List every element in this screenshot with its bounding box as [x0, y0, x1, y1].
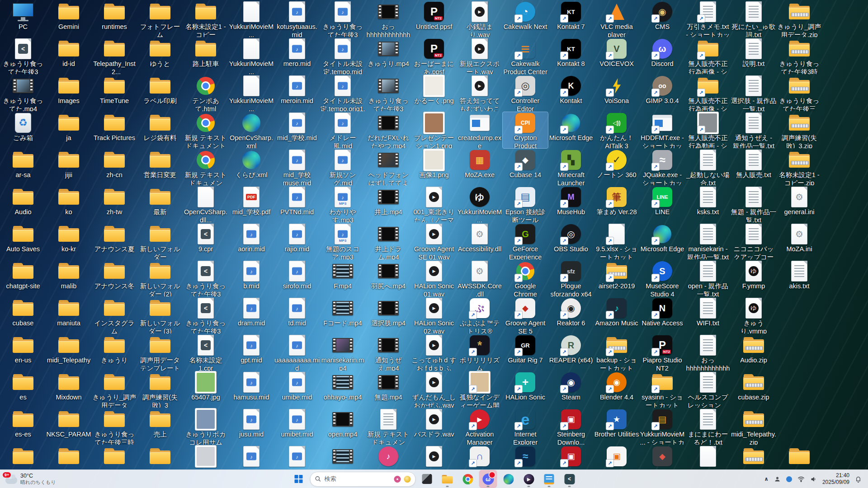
desktop-icon[interactable]: だれだFXいれたやつ.mp4 — [366, 112, 411, 148]
desktop-icon[interactable]: ko-kr — [46, 223, 91, 259]
desktop-icon[interactable]: 井上ドラム.mp4 — [366, 223, 411, 259]
desktop-icon[interactable]: 羽尻へ.mp4 — [366, 260, 411, 296]
desktop-icon[interactable]: ohhayo-.mp4 — [320, 371, 365, 408]
desktop-icon[interactable]: Fコード.mp4 — [320, 297, 365, 333]
desktop-icon[interactable]: ♪MP3わかりやす.mp3 — [320, 186, 365, 222]
desktop-icon[interactable]: <名称未設定1.cpr — [183, 334, 228, 371]
desktop-icon[interactable]: ヘルスコンプレッション__歌詞.txt — [685, 371, 731, 408]
desktop-icon[interactable]: 井上.mp4 — [366, 186, 411, 222]
desktop-icon[interactable]: es — [0, 371, 46, 408]
desktop-icon[interactable]: ◉↗Reaktor 6 — [548, 297, 594, 333]
chevron-up-icon[interactable]: ∧ — [764, 476, 769, 482]
desktop-icon[interactable]: CPI↗Crypton Product Installer — [503, 112, 548, 148]
desktop-icon[interactable]: ▶新規エクスポート.wav — [457, 38, 502, 74]
taskbar-app-discord[interactable]: ω — [479, 470, 497, 488]
desktop-icon[interactable]: ♪rajio.mid — [274, 223, 320, 259]
desktop-icon[interactable]: LINE↗LINE — [640, 186, 685, 222]
desktop-icon[interactable]: ★↗Brother Utilities — [594, 408, 639, 445]
desktop-icon[interactable]: くらび.xml — [229, 149, 274, 185]
desktop-icon[interactable]: ♪hamusu.mid — [229, 371, 274, 408]
desktop-icon[interactable]: きゅうり食ってた午後三時.zip — [777, 75, 822, 111]
desktop-icon[interactable]: ko — [46, 186, 91, 222]
desktop-icon[interactable]: ◔↗Cakewalk Next — [503, 1, 548, 37]
desktop-icon[interactable]: ar-sa — [0, 149, 46, 185]
desktop-icon[interactable]: 営業日変更 — [137, 149, 183, 185]
desktop-icon[interactable]: プレゼンテーション1.png — [411, 112, 457, 148]
desktop-icon[interactable]: NKSC_PARAM — [46, 408, 91, 445]
desktop-icon[interactable]: malib — [46, 260, 91, 296]
search-box[interactable]: 検索 — [310, 472, 416, 487]
desktop-icon[interactable]: 無人販売.txt — [731, 149, 776, 185]
desktop-icon[interactable]: ↗Microsoft Edge — [640, 223, 685, 259]
desktop-icon[interactable]: ♪sirofo.mid — [274, 260, 320, 296]
desktop-icon[interactable]: sfz↗Plogue sforzando x64 — [548, 260, 594, 296]
desktop-icon[interactable]: 新しいフォルダー — [137, 223, 183, 259]
desktop-icon[interactable]: かるーく.png — [411, 75, 457, 111]
desktop-icon[interactable]: ♪↗Amazon Music — [594, 297, 639, 333]
desktop-icon[interactable]: アナウンス夏 — [92, 223, 137, 259]
desktop-icon[interactable]: ♪jusu.mid — [229, 408, 274, 445]
desktop-icon[interactable]: createdump.exe — [457, 112, 502, 148]
desktop-icon[interactable]: 選択肢 - 親作品一覧.txt — [731, 75, 776, 111]
desktop-icon[interactable]: ◉↗CMS — [640, 1, 685, 37]
taskbar-app-cubase[interactable]: < — [561, 470, 579, 488]
desktop-icon[interactable]: ▶↗Activation Manager — [457, 408, 502, 445]
desktop-icon[interactable]: ぷ↗ぷよぷよ™テトリス® 2 — [457, 297, 502, 333]
desktop-icon[interactable]: ▣↗Steinberg Downlo... — [548, 408, 594, 445]
desktop-icon[interactable]: 調声練習(失敗)_3.zip — [777, 112, 822, 148]
desktop-icon[interactable]: ゆうと — [137, 38, 183, 74]
taskbar-app-edge[interactable] — [500, 470, 518, 488]
desktop-icon[interactable]: ◉↗Steam — [548, 371, 594, 408]
desktop-icon[interactable]: きゅうり食ってた.mp4 — [0, 75, 46, 111]
desktop-icon[interactable]: GR↗Guitar Rig 7 — [503, 334, 548, 371]
desktop-icon[interactable]: ▦MoZA.exe — [457, 149, 502, 185]
desktop-icon[interactable]: ↗HDDFMT.exe - ショートカット — [640, 112, 685, 148]
desktop-icon[interactable]: e↗Internet Explorer — [503, 408, 548, 445]
desktop-icon[interactable]: 名称未設定1 - コピー.zip — [777, 149, 822, 185]
desktop-icon[interactable]: ♪mero.mid — [274, 38, 320, 74]
desktop-icon[interactable]: ◁))↗かんたん！ AITalk 3 関西風 — [594, 112, 639, 148]
desktop-icon[interactable]: ↗万引きメモ.txt - ショートカット — [685, 1, 731, 37]
desktop-icon[interactable]: ⚙Accessibility.dll — [457, 223, 502, 259]
desktop-icon[interactable]: 筆↗筆まめ Ver.28 — [594, 186, 639, 222]
desktop-icon[interactable]: ↗Microsoft Edge — [548, 112, 594, 148]
desktop-icon[interactable]: きゅうり食ってた午後3時.mp4 — [366, 75, 411, 111]
desktop-icon[interactable]: レジ袋有料 — [137, 112, 183, 148]
desktop-icon[interactable]: _起動しない場合.txt — [685, 149, 731, 185]
desktop-icon[interactable]: YukkuriMovieM... — [229, 1, 274, 37]
desktop-icon[interactable]: PNT2↗Piapro Studio NT2 — [640, 334, 685, 371]
taskbar-app-notes[interactable] — [540, 470, 558, 488]
taskbar-app-chrome[interactable] — [459, 470, 477, 488]
desktop-icon[interactable]: ▶HALion Sonic 01.wav — [411, 260, 457, 296]
desktop-icon[interactable]: ↗VLC media player — [594, 1, 639, 37]
desktop-icon[interactable]: ≈↗JQuake.exe - ショートカット — [640, 149, 685, 185]
desktop-icon[interactable]: ♪meroin.mid — [274, 75, 320, 111]
desktop-icon[interactable]: 調声練習(失敗)_3 — [137, 371, 183, 408]
taskbar-app-screen-clip[interactable] — [418, 470, 436, 488]
desktop-icon[interactable]: ♪b.mid — [229, 260, 274, 296]
desktop-icon[interactable]: oo↗GIMP 3.0.4 — [640, 75, 685, 111]
desktop-icon[interactable]: ♻ごみ箱 — [0, 112, 46, 148]
desktop-icon[interactable]: 通知うぜえ.mp4 — [366, 334, 411, 371]
desktop-icon[interactable]: Auto Saves — [0, 223, 46, 259]
desktop-icon[interactable]: ▶バスドラ.wav — [411, 408, 457, 445]
desktop-icon[interactable]: きゅうり.mp4 — [366, 38, 411, 74]
desktop-icon[interactable]: manisekarin - 親作品一覧.txt — [685, 223, 731, 259]
desktop-icon[interactable]: ゆF.ymmp — [731, 260, 776, 296]
desktop-icon[interactable]: 最新 — [137, 186, 183, 222]
desktop-icon[interactable]: おっ hhhhhhhhhhhhh... — [366, 1, 411, 37]
desktop-icon[interactable]: ◆↗Groove Agent SE 5 — [503, 297, 548, 333]
desktop-icon[interactable]: cubase — [0, 297, 46, 333]
taskbar-app-media-player[interactable]: ▶ — [520, 470, 538, 488]
desktop-icon[interactable]: ↗airset2-2019 — [594, 260, 639, 296]
desktop-icon[interactable]: manisekarin.mp4 — [320, 334, 365, 371]
desktop-icon[interactable]: ↗Google Chrome — [503, 260, 548, 296]
desktop-icon[interactable]: 説明.txt — [731, 38, 776, 74]
desktop-icon[interactable]: *↗ポリリリリズム — [457, 334, 502, 371]
desktop-icon[interactable]: ✓↗ノートン 360 — [594, 149, 639, 185]
desktop-icon[interactable]: きゅうり_調声用データ — [92, 371, 137, 408]
desktop-icon[interactable]: YukkuriMovieM... — [229, 38, 274, 74]
tray-clock[interactable]: 21:40 2025/09/09 — [822, 472, 849, 486]
desktop-icon[interactable]: 路上駐車 — [183, 38, 228, 74]
desktop-icon[interactable]: 無題 - 親作品一覧.txt — [731, 186, 776, 222]
